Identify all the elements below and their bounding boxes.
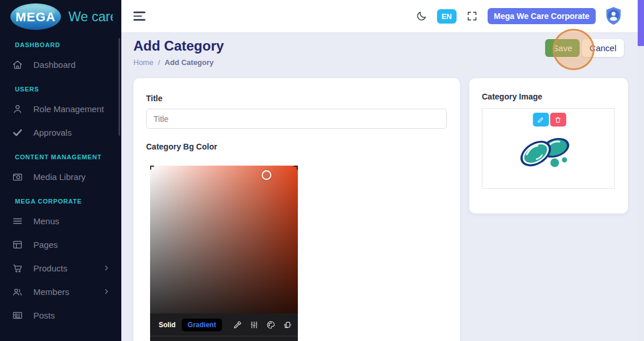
sidebar-item-pages[interactable]: Pages bbox=[0, 233, 121, 256]
user-icon bbox=[12, 104, 23, 115]
palette-icon[interactable] bbox=[266, 320, 275, 329]
mega-logo-icon: MEGA We care bbox=[8, 2, 113, 31]
sidebar-item-label: Approvals bbox=[33, 128, 72, 137]
page-header: Add Category Home / Add Category Save Ca… bbox=[121, 32, 644, 67]
sidebar-item-media-library[interactable]: Media Library bbox=[0, 165, 121, 189]
page-scrollbar-track[interactable] bbox=[638, 0, 644, 341]
nav-section-header-users: USERS bbox=[0, 76, 121, 97]
tab-solid[interactable]: Solid bbox=[156, 319, 178, 331]
title-input[interactable] bbox=[146, 109, 447, 129]
topbar: EN Mega We Care Corporate bbox=[121, 0, 644, 32]
camera-icon bbox=[12, 171, 23, 183]
sidebar-item-label: Menus bbox=[33, 216, 59, 226]
sliders-icon[interactable] bbox=[250, 320, 259, 329]
sidebar-item-menus[interactable]: Menus bbox=[0, 209, 121, 233]
sidebar: MEGA We care DASHBOARD Dashboard USERS R… bbox=[0, 0, 121, 341]
header-actions: Save Cancel bbox=[545, 39, 624, 57]
color-picker: Solid Gradient bbox=[150, 166, 298, 341]
breadcrumb: Home / Add Category bbox=[133, 58, 628, 67]
hamburger-menu-icon[interactable] bbox=[133, 12, 146, 21]
sidebar-item-label: Posts bbox=[33, 311, 55, 320]
organization-button[interactable]: Mega We Care Corporate bbox=[488, 8, 596, 24]
sidebar-item-label: Members bbox=[33, 287, 70, 297]
bg-color-label: Category Bg Color bbox=[146, 142, 447, 151]
sidebar-item-approvals[interactable]: Approvals bbox=[0, 121, 121, 144]
layout-icon bbox=[12, 239, 23, 251]
eyedropper-icon[interactable] bbox=[233, 320, 242, 329]
tab-gradient[interactable]: Gradient bbox=[182, 319, 221, 331]
delete-image-button[interactable] bbox=[550, 113, 566, 127]
chevron-right-icon bbox=[103, 263, 110, 273]
cancel-button[interactable]: Cancel bbox=[582, 39, 624, 57]
menu-icon bbox=[12, 216, 23, 227]
sidebar-scrollbar[interactable] bbox=[118, 38, 120, 136]
check-icon bbox=[12, 127, 23, 139]
picker-gradient-controls: ∠ 90 ° STOP 0 bbox=[150, 336, 298, 341]
brand-logo[interactable]: MEGA We care bbox=[0, 0, 121, 33]
language-badge[interactable]: EN bbox=[437, 9, 457, 24]
image-actions bbox=[532, 113, 566, 127]
user-avatar[interactable] bbox=[604, 6, 623, 26]
category-image-preview bbox=[482, 108, 615, 189]
sidebar-item-label: Media Library bbox=[33, 172, 86, 182]
category-image-label: Category Image bbox=[482, 92, 615, 101]
sidebar-item-posts[interactable]: Posts bbox=[0, 304, 121, 327]
shield-avatar-icon bbox=[604, 6, 623, 26]
sidebar-item-label: Dashboard bbox=[33, 60, 75, 70]
title-label: Title bbox=[146, 94, 163, 103]
home-icon bbox=[12, 59, 23, 71]
color-picker-panel: Solid Gradient bbox=[150, 313, 298, 341]
sidebar-item-dashboard[interactable]: Dashboard bbox=[0, 53, 121, 76]
copy-color-icon[interactable] bbox=[283, 320, 292, 329]
sidebar-item-products[interactable]: Products bbox=[0, 256, 121, 280]
pencil-icon bbox=[537, 116, 545, 124]
sidebar-item-label: Products bbox=[33, 263, 67, 273]
cart-icon bbox=[12, 263, 23, 274]
picker-corner-mark bbox=[294, 166, 298, 170]
category-logo-image bbox=[513, 133, 580, 173]
nav-section-header-content-management: CONTENT MANAGEMENT bbox=[0, 144, 121, 165]
content-area: Add Category Home / Add Category Save Ca… bbox=[121, 32, 644, 341]
sidebar-item-label: Role Management bbox=[33, 104, 104, 114]
save-button[interactable]: Save bbox=[545, 39, 580, 57]
trash-icon bbox=[554, 116, 562, 124]
breadcrumb-home-link[interactable]: Home bbox=[133, 58, 154, 67]
nav-section-header-mega-corporate: MEGA CORPORATE bbox=[0, 189, 121, 209]
page-scrollbar-thumb[interactable] bbox=[638, 0, 644, 46]
topbar-actions: EN Mega We Care Corporate bbox=[415, 6, 623, 26]
picker-corner-mark bbox=[150, 166, 154, 170]
sidebar-item-members[interactable]: Members bbox=[0, 280, 121, 304]
color-cursor[interactable] bbox=[262, 170, 271, 180]
sidebar-item-role-management[interactable]: Role Management bbox=[0, 97, 121, 121]
brand-name-text: MEGA bbox=[16, 10, 56, 24]
users-icon bbox=[12, 286, 23, 298]
app-window: MEGA We care DASHBOARD Dashboard USERS R… bbox=[0, 0, 644, 341]
add-category-form-card: Title Category Bg Color Solid Gradient bbox=[133, 78, 460, 341]
dark-mode-moon-icon[interactable] bbox=[415, 9, 428, 23]
nav-section-header-dashboard: DASHBOARD bbox=[0, 37, 121, 53]
edit-image-button[interactable] bbox=[532, 113, 549, 127]
sidebar-item-label: Pages bbox=[33, 240, 58, 250]
sidebar-nav: DASHBOARD Dashboard USERS Role Managemen… bbox=[0, 33, 121, 327]
picker-tabs: Solid Gradient bbox=[150, 313, 298, 336]
picker-tools bbox=[233, 320, 292, 329]
fullscreen-icon[interactable] bbox=[465, 9, 479, 23]
breadcrumb-current: Add Category bbox=[164, 58, 213, 67]
brand-tagline-text: We care bbox=[68, 9, 113, 24]
breadcrumb-separator: / bbox=[158, 58, 160, 67]
color-saturation-area[interactable] bbox=[150, 166, 298, 313]
category-image-card: Category Image bbox=[469, 78, 628, 213]
news-icon bbox=[12, 310, 23, 321]
chevron-right-icon bbox=[103, 287, 110, 297]
